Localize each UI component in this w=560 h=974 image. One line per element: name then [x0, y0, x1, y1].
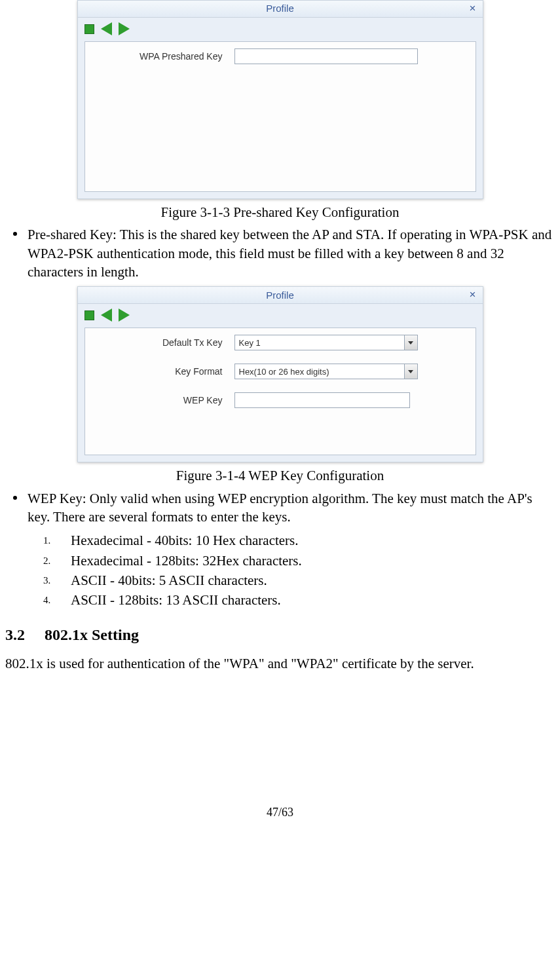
field-row-psk: WPA Preshared Key [85, 42, 476, 71]
profile-dialog-wep: Profile × Default Tx Key Key 1 Key Forma… [77, 286, 483, 462]
default-tx-key-select[interactable]: Key 1 [234, 335, 418, 350]
section-number: 3.2 [5, 624, 41, 645]
profile-dialog-psk: Profile × WPA Preshared Key [77, 0, 483, 199]
stop-icon[interactable] [84, 310, 94, 320]
section-body-text: 802.1x is used for authentication of the… [5, 654, 555, 673]
close-icon[interactable]: × [467, 3, 479, 14]
back-arrow-icon[interactable] [101, 22, 112, 35]
section-title: 802.1x Setting [45, 626, 139, 643]
field-row-default-tx-key: Default Tx Key Key 1 [85, 328, 476, 357]
chevron-down-icon [404, 364, 417, 379]
close-icon[interactable]: × [467, 289, 479, 301]
dialog-toolbar [78, 18, 483, 37]
list-item: Hexadecimal - 128bits: 32Hex characters. [43, 552, 555, 570]
field-row-wep-key: WEP Key [85, 386, 476, 415]
dialog-body: WPA Preshared Key [84, 41, 476, 192]
forward-arrow-icon[interactable] [119, 309, 130, 322]
dialog-body: Default Tx Key Key 1 Key Format Hex(10 o… [84, 328, 476, 455]
dialog-titlebar: Profile × [78, 287, 483, 304]
bullet-text: Pre-shared Key: This is the shared key b… [28, 225, 555, 281]
field-row-key-format: Key Format Hex(10 or 26 hex digits) [85, 357, 476, 386]
dialog-title: Profile [266, 289, 294, 302]
wep-key-label: WEP Key [97, 394, 234, 407]
page-number: 47/63 [5, 804, 555, 833]
bullet-wep-key: WEP Key: Only valid when using WEP encry… [5, 489, 555, 527]
back-arrow-icon[interactable] [101, 309, 112, 322]
list-item: Hexadecimal - 40bits: 10 Hex characters. [43, 531, 555, 550]
forward-arrow-icon[interactable] [119, 22, 130, 35]
dialog-title: Profile [266, 2, 294, 15]
figure-caption-3-1-3: Figure 3-1-3 Pre-shared Key Configuratio… [5, 203, 555, 221]
key-format-value: Hex(10 or 26 hex digits) [239, 366, 329, 378]
section-heading-3-2: 3.2 802.1x Setting [5, 624, 555, 645]
wep-key-input[interactable] [234, 392, 410, 408]
bullet-text: WEP Key: Only valid when using WEP encry… [28, 489, 555, 527]
key-format-label: Key Format [97, 365, 234, 378]
dialog-titlebar: Profile × [78, 1, 483, 18]
figure-caption-3-1-4: Figure 3-1-4 WEP Key Configuration [5, 466, 555, 485]
bullet-icon [5, 489, 28, 527]
list-item: ASCII - 128bits: 13 ASCII characters. [43, 591, 555, 609]
wpa-preshared-key-label: WPA Preshared Key [97, 50, 234, 63]
default-tx-key-label: Default Tx Key [97, 337, 234, 349]
wpa-preshared-key-input[interactable] [234, 48, 418, 64]
stop-icon[interactable] [84, 24, 94, 34]
bullet-icon [5, 225, 28, 281]
dialog-toolbar [78, 304, 483, 324]
wep-format-list: Hexadecimal - 40bits: 10 Hex characters.… [5, 531, 555, 609]
list-item: ASCII - 40bits: 5 ASCII characters. [43, 571, 555, 590]
default-tx-key-value: Key 1 [239, 337, 261, 349]
key-format-select[interactable]: Hex(10 or 26 hex digits) [234, 364, 418, 379]
bullet-preshared-key: Pre-shared Key: This is the shared key b… [5, 225, 555, 281]
chevron-down-icon [404, 335, 417, 350]
